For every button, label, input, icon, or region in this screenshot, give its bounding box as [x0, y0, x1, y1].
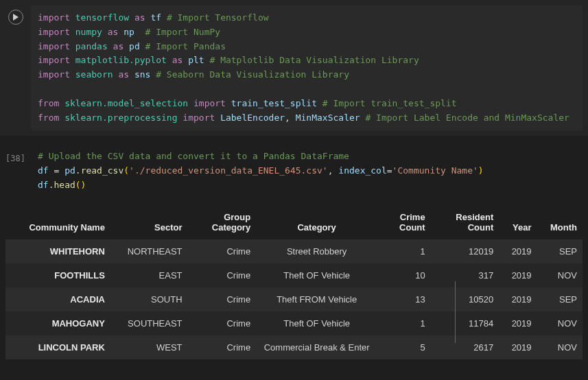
row-index: FOOTHILLS: [5, 263, 112, 287]
cell-group: Crime: [188, 239, 257, 263]
row-index: MAHOGANY: [5, 311, 112, 335]
cell-year: 2019: [499, 263, 537, 287]
cell-year: 2019: [499, 287, 537, 311]
cell-category: Theft OF Vehicle: [256, 263, 377, 287]
cell-month: NOV: [537, 311, 583, 335]
table-row: MAHOGANYSOUTHEASTCrimeTheft OF Vehicle11…: [5, 311, 583, 335]
col-header: ResidentCount: [431, 205, 499, 239]
cell-sector: SOUTHEAST: [112, 311, 188, 335]
table-body: WHITEHORNNORTHEASTCrimeStreet Robbery112…: [5, 239, 583, 359]
cell-category: Commercial Break & Enter: [256, 335, 377, 359]
cell-month: NOV: [537, 263, 583, 287]
cell-month: SEP: [537, 287, 583, 311]
index-header: Community Name: [5, 205, 112, 239]
col-header: Category: [256, 205, 377, 239]
code-cell-2: [38] # Upload the CSV data and convert i…: [0, 144, 588, 198]
cell-resident-count: 10520: [431, 287, 499, 311]
dataframe-table: Community Name Sector GroupCategory Cate…: [5, 205, 583, 359]
cell-group: Crime: [188, 311, 257, 335]
code-editor-2[interactable]: # Upload the CSV data and convert it to …: [31, 150, 588, 192]
cell-month: NOV: [537, 335, 583, 359]
cell-crime-count: 1: [377, 311, 430, 335]
col-header: Sector: [112, 205, 188, 239]
row-index: ACADIA: [5, 287, 112, 311]
cell-gutter: [0, 5, 31, 130]
cell-category: Street Robbery: [256, 239, 377, 263]
cell-output: Community Name Sector GroupCategory Cate…: [0, 198, 588, 366]
row-index: WHITEHORN: [5, 239, 112, 263]
cell-month: SEP: [537, 239, 583, 263]
cell-sector: EAST: [112, 263, 188, 287]
code-cell-1: import tensorflow as tf # Import Tensorf…: [0, 0, 588, 136]
table-row: WHITEHORNNORTHEASTCrimeStreet Robbery112…: [5, 239, 583, 263]
col-header: Year: [499, 205, 537, 239]
cursor-indicator: [455, 281, 456, 343]
cell-sector: WEST: [112, 335, 188, 359]
execution-count: [38]: [5, 154, 25, 163]
code-editor-1[interactable]: import tensorflow as tf # Import Tensorf…: [31, 5, 583, 130]
cell-category: Theft FROM Vehicle: [256, 287, 377, 311]
cell-group: Crime: [188, 335, 257, 359]
cell-sector: NORTHEAST: [112, 239, 188, 263]
cell-crime-count: 13: [377, 287, 430, 311]
cell-category: Theft OF Vehicle: [256, 311, 377, 335]
cell-year: 2019: [499, 311, 537, 335]
cell-year: 2019: [499, 239, 537, 263]
col-header: CrimeCount: [377, 205, 430, 239]
col-header: GroupCategory: [188, 205, 257, 239]
cell-resident-count: 317: [431, 263, 499, 287]
cell-sector: SOUTH: [112, 287, 188, 311]
cell-resident-count: 12019: [431, 239, 499, 263]
cell-crime-count: 1: [377, 239, 430, 263]
cell-year: 2019: [499, 335, 537, 359]
table-row: FOOTHILLSEASTCrimeTheft OF Vehicle103172…: [5, 263, 583, 287]
cell-gutter: [38]: [0, 150, 31, 192]
col-header: Month: [537, 205, 583, 239]
row-index: LINCOLN PARK: [5, 335, 112, 359]
run-button[interactable]: [8, 10, 23, 25]
cell-resident-count: 11784: [431, 311, 499, 335]
play-icon: [12, 14, 19, 21]
cell-resident-count: 2617: [431, 335, 499, 359]
table-row: ACADIASOUTHCrimeTheft FROM Vehicle131052…: [5, 287, 583, 311]
cell-crime-count: 10: [377, 263, 430, 287]
table-header-row: Community Name Sector GroupCategory Cate…: [5, 205, 583, 239]
table-row: LINCOLN PARKWESTCrimeCommercial Break & …: [5, 335, 583, 359]
cell-group: Crime: [188, 263, 257, 287]
cell-crime-count: 5: [377, 335, 430, 359]
cell-group: Crime: [188, 287, 257, 311]
